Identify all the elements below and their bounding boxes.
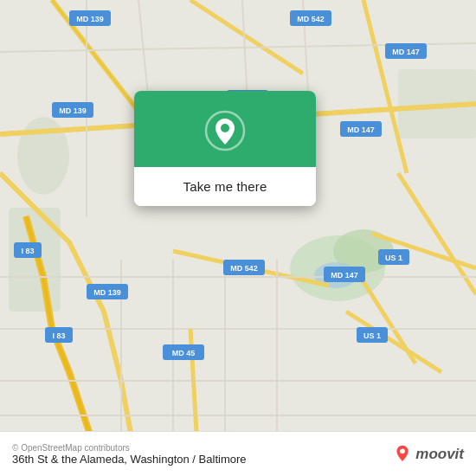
- svg-text:US 1: US 1: [363, 331, 381, 340]
- location-label: 36th St & the Alameda, Washington / Balt…: [12, 453, 247, 466]
- svg-text:MD 147: MD 147: [392, 48, 420, 56]
- svg-point-61: [400, 448, 405, 453]
- map-attribution: © OpenStreetMap contributors: [12, 443, 247, 453]
- svg-text:MD 542: MD 542: [297, 15, 325, 23]
- moovit-pin-icon: [393, 445, 412, 464]
- svg-point-60: [221, 124, 229, 132]
- svg-text:MD 139: MD 139: [93, 288, 121, 297]
- svg-text:I 83: I 83: [21, 247, 34, 255]
- svg-text:MD 139: MD 139: [76, 15, 104, 23]
- map-background: MD 139 MD 542 MD 147 MD 139 MD 147 MD 54…: [0, 0, 476, 476]
- svg-text:I 83: I 83: [52, 331, 65, 340]
- svg-text:MD 45: MD 45: [172, 349, 196, 357]
- take-me-there-button[interactable]: Take me there: [134, 167, 316, 206]
- moovit-brand-text: moovit: [415, 446, 464, 463]
- map-container: MD 139 MD 542 MD 147 MD 139 MD 147 MD 54…: [0, 0, 476, 476]
- bottom-left: © OpenStreetMap contributors 36th St & t…: [12, 443, 247, 466]
- svg-text:US 1: US 1: [385, 254, 402, 262]
- svg-text:MD 147: MD 147: [347, 125, 375, 134]
- popup-card: Take me there: [134, 91, 316, 206]
- svg-text:MD 139: MD 139: [59, 106, 87, 115]
- moovit-logo: moovit: [393, 445, 464, 464]
- bottom-bar: © OpenStreetMap contributors 36th St & t…: [0, 431, 476, 476]
- popup-green-area: [134, 91, 316, 167]
- location-pin-icon: [204, 110, 246, 151]
- svg-text:MD 147: MD 147: [331, 271, 358, 280]
- svg-text:MD 542: MD 542: [230, 264, 258, 273]
